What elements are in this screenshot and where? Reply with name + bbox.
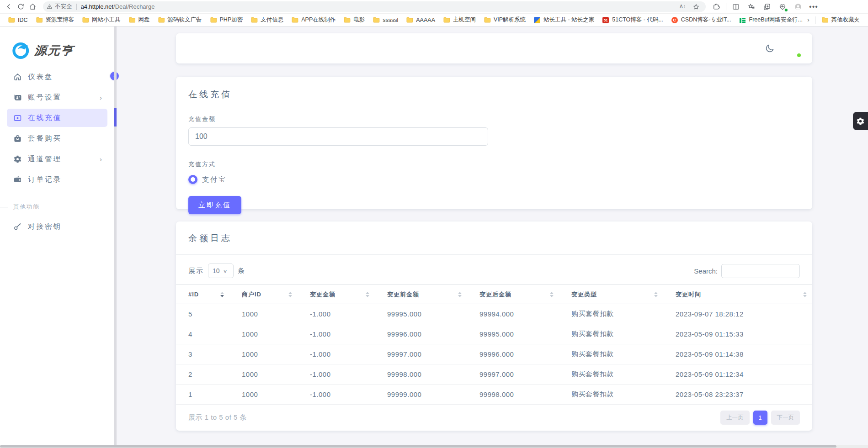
page-length-select[interactable]: 10 ∨ [208, 264, 234, 278]
refresh-icon[interactable] [15, 1, 27, 12]
bookmark-item[interactable]: 网站小工具 [79, 15, 124, 25]
gear-icon [856, 117, 865, 126]
bookmark-item[interactable]: 电影 [340, 15, 368, 25]
table-cell: 99995.000 [467, 324, 559, 344]
home-icon[interactable] [27, 1, 38, 12]
browser-window: 不安全 a4.httple.net/Deal/Recharge A [0, 0, 868, 448]
bookmark-label: 网站小工具 [92, 16, 121, 24]
horizontal-scrollbar[interactable] [0, 445, 868, 448]
folder-icon [484, 17, 491, 23]
extensions-icon[interactable] [710, 1, 722, 12]
sidebar-item-bag[interactable]: 套餐购买 [7, 129, 107, 148]
table-row: 11000-1.00099999.00099998.000购买套餐扣款2023-… [176, 385, 812, 405]
bookmarks-overflow-icon[interactable]: › [804, 16, 812, 23]
dark-mode-toggle[interactable] [765, 43, 775, 53]
bookmark-item[interactable]: APP在线制作 [288, 15, 339, 25]
column-header[interactable]: 变更前金额 [375, 285, 467, 304]
sidebar-item-label: 仪表盘 [28, 72, 53, 82]
sidebar-item-cash[interactable]: 在线充值 [7, 109, 107, 127]
bookmark-item[interactable]: VIP解析系统 [480, 15, 529, 25]
sort-arrows-icon [550, 292, 554, 297]
column-header[interactable]: 变更金额 [298, 285, 375, 304]
column-header-label: 变更金额 [310, 291, 335, 298]
folder-icon [443, 17, 450, 23]
favorite-star-icon[interactable] [690, 1, 702, 12]
table-cell: 购买套餐扣款 [559, 364, 663, 385]
sidebar-item-id-card[interactable]: 账号设置› [7, 88, 107, 106]
theme-settings-button[interactable] [853, 112, 868, 130]
bookmark-item[interactable]: 主机空间 [440, 15, 479, 25]
essentials-status-badge [784, 8, 788, 12]
browser-chrome: 不安全 a4.httple.net/Deal/Recharge A [0, 0, 868, 26]
split-screen-icon[interactable] [730, 1, 742, 12]
alipay-radio[interactable] [188, 175, 197, 184]
bookmark-item[interactable]: 5151CTO博客 - 代码... [599, 15, 667, 25]
wallet-icon [13, 175, 28, 184]
sidebar-item-label: 账号设置 [28, 93, 62, 102]
sidebar-item-home[interactable]: 仪表盘 [7, 68, 107, 86]
next-page-button[interactable]: 下一页 [771, 411, 800, 425]
table-cell: 2023-09-07 18:28:12 [663, 304, 812, 324]
sort-arrows-icon [654, 292, 658, 297]
collections-icon[interactable] [761, 1, 773, 12]
sidebar-item-label: 订单记录 [28, 175, 62, 184]
profile-icon[interactable] [792, 1, 804, 12]
sidebar-item-key[interactable]: 对接密钥 [7, 217, 107, 236]
key-icon [13, 222, 28, 231]
bookmark-item[interactable]: 支付信息 [247, 15, 287, 25]
bookmark-label: 电影 [353, 16, 365, 24]
search-input[interactable] [721, 264, 800, 278]
table-cell: 2023-05-08 23:23:37 [663, 385, 812, 405]
bookmark-item[interactable]: IDC [5, 16, 32, 25]
bookmark-label: 源码软文广告 [168, 16, 202, 24]
more-icon[interactable]: ••• [808, 1, 820, 12]
column-header-label: #ID [188, 291, 199, 298]
column-header[interactable]: 变更后金额 [467, 285, 559, 304]
bookmark-item[interactable]: PHP加密 [207, 15, 247, 25]
table-cell: -1.000 [298, 344, 375, 364]
sidebar-item-label: 套餐购买 [28, 134, 62, 143]
folder-icon [36, 17, 43, 23]
prev-page-button[interactable]: 上一页 [720, 411, 750, 425]
bookmark-item[interactable]: 资源宝博客 [32, 15, 78, 25]
folder-icon [406, 17, 413, 23]
browser-essentials-icon[interactable] [777, 1, 788, 12]
table-row: 31000-1.00099997.00099996.000购买套餐扣款2023-… [176, 344, 812, 364]
bookmark-item[interactable]: FreeBuf网络安全行... [736, 15, 803, 25]
column-header[interactable]: 商户ID [229, 285, 298, 304]
page-1-button[interactable]: 1 [753, 411, 767, 425]
bookmark-item[interactable]: 网盘 [125, 15, 154, 25]
sidebar-item-label: 在线充值 [28, 113, 62, 123]
bookmark-item[interactable]: AAAAA [403, 16, 439, 25]
alipay-radio-label: 支付宝 [202, 175, 227, 184]
column-header[interactable]: 变更时间 [663, 285, 812, 304]
sidebar-item-gear[interactable]: 通道管理› [7, 150, 107, 168]
column-header-label: 变更时间 [676, 291, 701, 298]
amount-input[interactable] [188, 127, 488, 146]
bookmark-label: APP在线制作 [301, 16, 335, 24]
table-footer: 展示 1 to 5 of 5 条 上一页 1 下一页 [176, 405, 812, 431]
other-favorites-folder[interactable]: 其他收藏夹 [818, 15, 864, 25]
site-security[interactable]: 不安全 [47, 3, 72, 11]
back-icon[interactable] [3, 1, 15, 12]
bookmark-item[interactable]: 站长工具 - 站长之家 [530, 15, 598, 25]
recharge-submit-button[interactable]: 立即充值 [188, 196, 241, 214]
user-avatar[interactable] [783, 39, 801, 58]
column-header-label: 变更前金额 [387, 291, 419, 298]
bookmark-item[interactable]: CCSDN博客-专业IT... [668, 15, 735, 25]
bookmark-item[interactable]: sssssl [369, 16, 402, 25]
url-text[interactable]: a4.httple.net/Deal/Recharge [81, 3, 677, 10]
read-aloud-icon[interactable]: A [676, 1, 688, 12]
scrollbar-thumb[interactable] [0, 445, 836, 448]
table-row: 21000-1.00099998.00099997.000购买套餐扣款2023-… [176, 364, 812, 385]
table-cell: 1 [176, 385, 229, 405]
id-card-icon [13, 93, 28, 102]
bookmark-item[interactable]: 源码软文广告 [154, 15, 206, 25]
column-header[interactable]: #ID [176, 285, 229, 304]
logo[interactable]: 源元亨 [0, 26, 114, 62]
column-header[interactable]: 变更类型 [559, 285, 663, 304]
address-bar[interactable]: 不安全 a4.httple.net/Deal/Recharge A [43, 1, 706, 12]
favorites-icon[interactable] [746, 1, 757, 12]
sidebar-item-wallet[interactable]: 订单记录 [7, 170, 107, 189]
table-cell: -1.000 [298, 304, 375, 324]
